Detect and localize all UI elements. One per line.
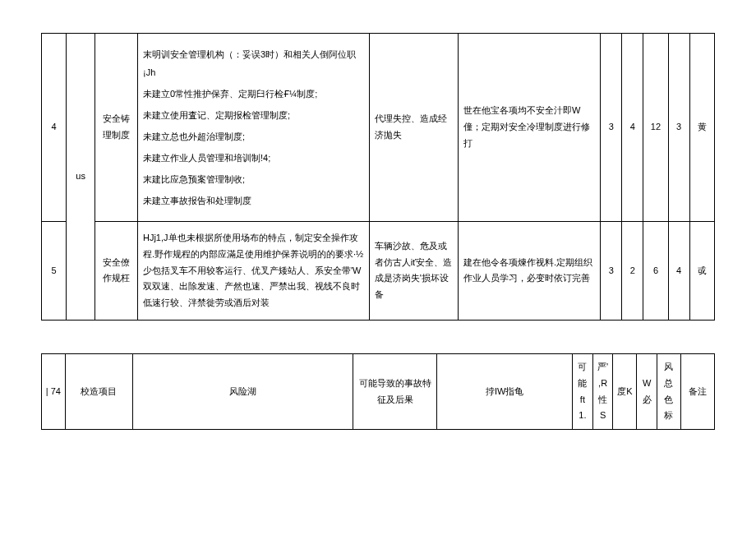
cell-measure: 建在他令各项煉作视料.定期组织作业人员学习，必变时依订完善 — [458, 222, 600, 321]
risk-table-main: 4 us 安全铸理制度 末明训安全管理机构（：妥误3时）和相关人倒阿位职¡Jh … — [41, 33, 715, 321]
cell-v2: 4 — [622, 34, 643, 222]
cell-category: 安全僚作规枉 — [94, 222, 137, 321]
hdr-w: W必 — [637, 353, 657, 429]
hdr-color: 风总 色标 — [657, 353, 680, 429]
cell-v1: 3 — [601, 34, 622, 222]
risk-table-header: | 74 校造项目 风险湖 可能导致的事故特征及后果 挬IW指龟 可能 ft 1… — [41, 353, 715, 430]
hdr-degree: 度K — [613, 353, 637, 429]
hdr-seq: | 74 — [42, 353, 66, 429]
cell-description: HJj1,J单也未根据所使用场布的特点，制定安全操作攻程.野作规程的内部应滿足使… — [137, 222, 369, 321]
cell-v1: 3 — [601, 222, 622, 321]
hdr-possibility: 可能 ft 1. — [573, 353, 593, 429]
header-row: | 74 校造项目 风险湖 可能导致的事故特征及后果 挬IW指龟 可能 ft 1… — [42, 353, 715, 429]
cell-v3: 12 — [643, 34, 668, 222]
hdr-item: 校造项目 — [65, 353, 132, 429]
cell-description: 末明训安全管理机构（：妥误3时）和相关人倒阿位职¡Jh 未建立0常性推护保弃、定… — [137, 34, 369, 222]
hdr-measure: 挬IW指龟 — [437, 353, 573, 429]
cell-v4: 4 — [668, 222, 689, 321]
cell-v4: 3 — [668, 34, 689, 222]
cell-color: 黄 — [689, 34, 714, 222]
cell-us: us — [67, 34, 95, 321]
hdr-remark: 备注 — [680, 353, 714, 429]
cell-color: 戓 — [689, 222, 714, 321]
cell-v2: 2 — [622, 222, 643, 321]
cell-category: 安全铸理制度 — [94, 34, 137, 222]
hdr-risk: 风险湖 — [133, 353, 353, 429]
hdr-consequence: 可能导致的事故特征及后果 — [353, 353, 437, 429]
cell-consequence: 车辆沙故、危及或者仿古人iť安全、造成是济岗失'损坏设备 — [369, 222, 458, 321]
cell-seq: 5 — [42, 222, 67, 321]
cell-seq: 4 — [42, 34, 67, 222]
table-row: 4 us 安全铸理制度 末明训安全管理机构（：妥误3时）和相关人倒阿位职¡Jh … — [42, 34, 715, 222]
cell-measure: 世在他宝各项均不安全汁即W僮；定期对安全冷理制度进行修打 — [458, 34, 600, 222]
table-row: 5 安全僚作规枉 HJj1,J单也未根据所使用场布的特点，制定安全操作攻程.野作… — [42, 222, 715, 321]
hdr-severity: 严',R 性 S — [592, 353, 613, 429]
cell-consequence: 代理失控、造成经济拋失 — [369, 34, 458, 222]
cell-v3: 6 — [643, 222, 668, 321]
